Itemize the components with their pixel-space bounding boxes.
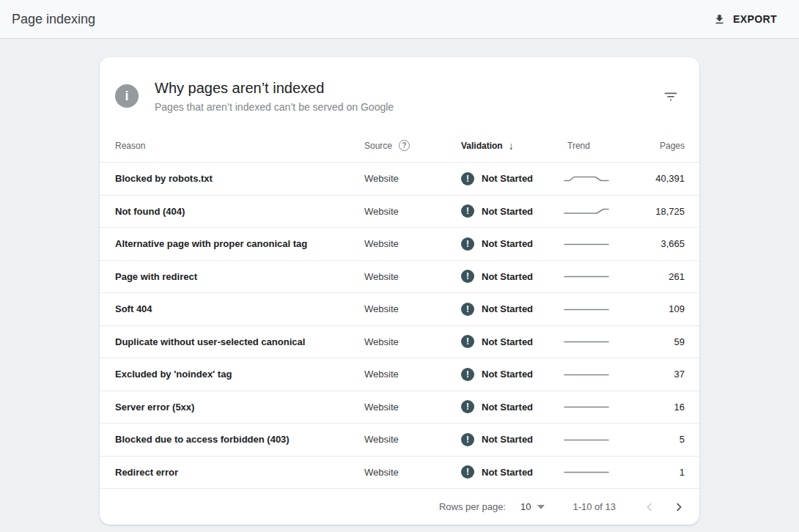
card-header: i Why pages aren’t indexed Pages that ar…	[100, 57, 699, 129]
card-title-block: Why pages aren’t indexed Pages that aren…	[155, 79, 660, 113]
reason-cell: Duplicate without user-selected canonica…	[115, 336, 364, 347]
pages-count-cell: 1	[680, 467, 685, 478]
validation-status-label: Not Started	[482, 303, 533, 314]
not-started-exclamation-icon: !	[461, 465, 474, 479]
validation-status-label: Not Started	[482, 238, 533, 249]
table-row[interactable]: Redirect error Website ! Not Started 1	[100, 456, 699, 489]
table-row[interactable]: Soft 404 Website ! Not Started 109	[100, 292, 699, 325]
validation-cell: ! Not Started	[461, 172, 567, 185]
column-header-source-label: Source	[364, 141, 392, 151]
trend-cell	[567, 401, 630, 413]
validation-status-label: Not Started	[482, 434, 533, 445]
download-icon	[713, 13, 726, 26]
validation-cell: ! Not Started	[461, 335, 567, 348]
validation-cell: ! Not Started	[461, 204, 567, 218]
table-row[interactable]: Blocked due to access forbidden (403) We…	[100, 423, 699, 456]
pages-count-cell: 16	[674, 402, 685, 413]
source-cell: Website	[364, 402, 461, 413]
trend-cell	[567, 336, 630, 347]
column-header-reason[interactable]: Reason	[115, 141, 364, 151]
trend-cell	[567, 270, 630, 282]
source-cell: Website	[364, 467, 461, 478]
sort-descending-icon: ↓	[509, 140, 514, 152]
source-cell: Website	[364, 336, 461, 347]
column-header-source[interactable]: Source ?	[364, 140, 461, 151]
validation-cell: ! Not Started	[461, 368, 567, 381]
table-row[interactable]: Excluded by 'noindex' tag Website ! Not …	[100, 358, 699, 391]
trend-sparkline	[567, 466, 630, 478]
not-started-exclamation-icon: !	[461, 204, 474, 218]
trend-cell	[567, 303, 630, 315]
trend-cell	[567, 466, 630, 478]
pages-count-cell: 3,665	[660, 238, 685, 249]
reason-cell: Blocked by robots.txt	[115, 173, 364, 184]
previous-page-button[interactable]	[635, 492, 664, 522]
validation-status-label: Not Started	[482, 467, 533, 478]
trend-sparkline	[567, 336, 630, 347]
source-cell: Website	[364, 369, 461, 380]
validation-status-label: Not Started	[482, 206, 533, 217]
reason-cell: Server error (5xx)	[115, 402, 364, 413]
card-subtitle: Pages that aren’t indexed can’t be serve…	[155, 101, 660, 113]
validation-status-label: Not Started	[482, 271, 533, 282]
trend-sparkline	[567, 238, 630, 250]
validation-cell: ! Not Started	[461, 237, 567, 251]
pages-count-cell: 37	[674, 369, 685, 380]
not-started-exclamation-icon: !	[461, 368, 474, 381]
source-cell: Website	[364, 271, 461, 282]
table-row[interactable]: Alternative page with proper canonical t…	[100, 227, 699, 260]
chevron-right-icon	[672, 500, 685, 514]
source-cell: Website	[364, 206, 461, 217]
chevron-left-icon	[643, 500, 656, 514]
export-button[interactable]: EXPORT	[709, 12, 781, 26]
filter-list-icon	[663, 88, 679, 104]
source-cell: Website	[364, 173, 461, 184]
column-header-validation[interactable]: Validation ↓	[461, 140, 567, 152]
trend-sparkline	[567, 173, 630, 185]
table-row[interactable]: Page with redirect Website ! Not Started…	[100, 260, 699, 293]
trend-sparkline	[567, 303, 630, 315]
dropdown-caret-icon	[537, 505, 545, 509]
reason-cell: Soft 404	[115, 303, 364, 314]
not-started-exclamation-icon: !	[461, 303, 474, 316]
trend-sparkline	[567, 270, 630, 282]
not-started-exclamation-icon: !	[461, 335, 474, 348]
column-header-trend[interactable]: Trend	[567, 141, 630, 151]
why-pages-arent-indexed-card: i Why pages aren’t indexed Pages that ar…	[100, 57, 699, 525]
reason-cell: Redirect error	[115, 467, 364, 478]
filter-button[interactable]	[660, 85, 682, 107]
table-body: Blocked by robots.txt Website ! Not Star…	[100, 162, 699, 488]
validation-status-label: Not Started	[482, 173, 533, 184]
not-started-exclamation-icon: !	[461, 237, 474, 251]
top-bar: Page indexing EXPORT	[0, 0, 799, 39]
validation-cell: ! Not Started	[461, 303, 567, 316]
pages-count-cell: 261	[669, 271, 685, 282]
table-row[interactable]: Duplicate without user-selected canonica…	[100, 325, 699, 358]
not-started-exclamation-icon: !	[461, 433, 474, 446]
validation-cell: ! Not Started	[461, 465, 567, 479]
source-cell: Website	[364, 238, 461, 249]
trend-cell	[567, 369, 630, 380]
reason-cell: Blocked due to access forbidden (403)	[115, 434, 364, 445]
validation-cell: ! Not Started	[461, 400, 567, 413]
reason-cell: Page with redirect	[115, 271, 364, 282]
help-icon[interactable]: ?	[399, 140, 410, 151]
pages-count-cell: 109	[669, 303, 685, 314]
reason-cell: Alternative page with proper canonical t…	[115, 238, 364, 249]
validation-cell: ! Not Started	[461, 270, 567, 283]
column-header-pages[interactable]: Pages	[660, 141, 685, 151]
reason-cell: Not found (404)	[115, 206, 364, 217]
page-title: Page indexing	[12, 12, 95, 27]
table-row[interactable]: Not found (404) Website ! Not Started 18…	[100, 195, 699, 228]
reason-cell: Excluded by 'noindex' tag	[115, 369, 364, 380]
table-row[interactable]: Blocked by robots.txt Website ! Not Star…	[100, 162, 699, 195]
trend-sparkline	[567, 205, 630, 217]
table-row[interactable]: Server error (5xx) Website ! Not Started…	[100, 391, 699, 424]
card-title: Why pages aren’t indexed	[155, 79, 660, 97]
trend-sparkline	[567, 434, 630, 446]
info-icon: i	[115, 84, 139, 108]
export-button-label: EXPORT	[733, 13, 777, 25]
next-page-button[interactable]	[664, 492, 693, 522]
rows-per-page-select[interactable]: 10	[520, 501, 545, 512]
not-started-exclamation-icon: !	[461, 270, 474, 283]
